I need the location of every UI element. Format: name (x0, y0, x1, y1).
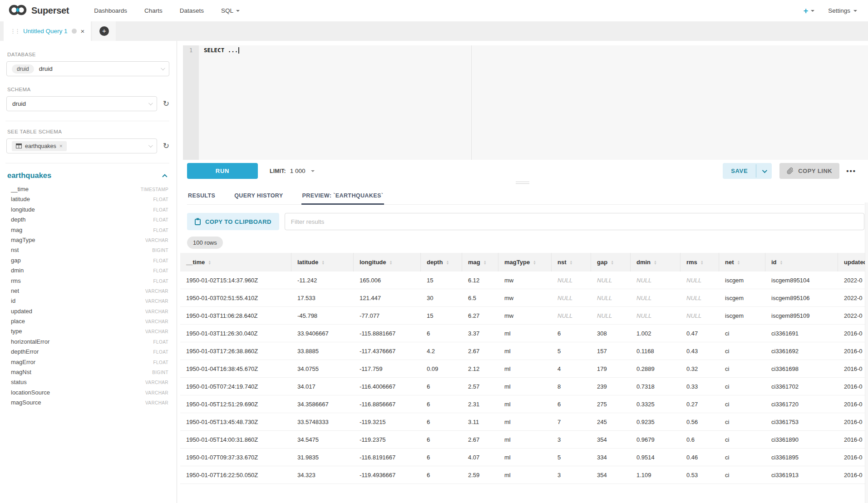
table-cell: -116.4006667 (354, 383, 421, 390)
close-icon[interactable]: × (81, 28, 85, 35)
database-select[interactable]: druid druid (6, 61, 169, 76)
table-cell: 0.47 (681, 330, 719, 337)
table-cell: NULL (681, 295, 719, 301)
grid-header-mag[interactable]: mag▲▼ (462, 253, 498, 271)
grid-header-id[interactable]: id▲▼ (765, 253, 838, 271)
results-grid-header: __time▲▼latitude▲▼longitude▲▼depth▲▼mag▲… (180, 253, 868, 271)
column-name: updated (11, 308, 32, 315)
grid-header-depth[interactable]: depth▲▼ (421, 253, 462, 271)
new-item-button[interactable]: + (804, 7, 815, 15)
column-type: FLOAT (153, 197, 168, 202)
copy-link-button[interactable]: COPY LINK (779, 163, 839, 179)
nav-item-dashboards[interactable]: Dashboards (85, 7, 136, 14)
table-cell: NULL (681, 277, 719, 284)
table-cell: 0.46 (681, 454, 719, 461)
results-tab-2[interactable]: PREVIEW: `EARTHQUAKES` (301, 188, 385, 204)
query-tab-active[interactable]: ⋮⋮ Untitled Query 1 × (4, 21, 91, 41)
table-cell: 15 (421, 277, 462, 284)
table-cell: ml (498, 348, 552, 355)
table-cell: 2.59 (462, 472, 498, 478)
schema-column-row: longitudeFLOAT (6, 206, 169, 216)
grid-header-rms[interactable]: rms▲▼ (681, 253, 719, 271)
grid-header-dmin[interactable]: dmin▲▼ (631, 253, 681, 271)
column-name: horizontalError (11, 338, 49, 345)
filter-results-input[interactable] (285, 213, 864, 230)
table-cell: NULL (591, 312, 631, 319)
column-name: status (11, 379, 27, 385)
schema-value: druid (12, 100, 26, 107)
nav-item-charts[interactable]: Charts (136, 7, 171, 14)
table-cell: 0.27 (681, 401, 719, 408)
column-type: VARCHAR (145, 319, 168, 324)
schema-column-row: idVARCHAR (6, 297, 169, 307)
refresh-icon[interactable]: ↻ (163, 100, 169, 108)
column-name: place (11, 318, 25, 325)
more-options-button[interactable]: ••• (846, 167, 856, 175)
results-tab-1[interactable]: QUERY HISTORY (233, 188, 284, 204)
grid-header-latitude[interactable]: latitude▲▼ (291, 253, 354, 271)
results-tab-0[interactable]: RESULTS (187, 188, 216, 204)
table-cell: 6 (552, 330, 591, 337)
table-cell: 7 (552, 419, 591, 425)
column-name: magSource (11, 399, 41, 406)
table-cell: 3.11 (462, 419, 498, 425)
add-tab-button[interactable]: + (99, 26, 109, 36)
table-cell: 2016-0 (838, 401, 868, 408)
remove-table-icon[interactable]: × (59, 143, 63, 149)
editor-code-area[interactable]: SELECT ... (199, 45, 868, 160)
chevron-down-icon (811, 10, 814, 12)
add-tab-segment: + (92, 21, 116, 41)
nav-item-datasets[interactable]: Datasets (171, 7, 212, 14)
grid-header-longitude[interactable]: longitude▲▼ (354, 253, 421, 271)
column-type: FLOAT (153, 217, 168, 222)
paperclip-icon (787, 168, 794, 174)
pane-resize-handle[interactable] (516, 182, 529, 184)
table-cell: ci (719, 365, 765, 372)
schema-select[interactable]: druid (6, 96, 157, 111)
table-cell: ci (719, 472, 765, 478)
grid-header-nst[interactable]: nst▲▼ (552, 253, 591, 271)
sort-icon: ▲▼ (737, 260, 740, 265)
column-type: BIGINT (152, 248, 168, 253)
table-cell: ml (498, 401, 552, 408)
grid-header-updated[interactable]: updated▲▼ (838, 253, 868, 271)
schema-column-row: depthFLOAT (6, 216, 169, 226)
schema-column-row: magTypeVARCHAR (6, 237, 169, 247)
run-button[interactable]: RUN (187, 163, 258, 179)
collapse-icon[interactable] (162, 174, 167, 179)
grid-header-net[interactable]: net▲▼ (719, 253, 765, 271)
workspace: DATABASE druid druid SCHEMA druid ↻ SEE … (0, 41, 868, 503)
table-cell: 6.27 (462, 312, 498, 319)
table-icon (16, 143, 22, 148)
table-select[interactable]: earthquakes × (6, 138, 157, 153)
save-options-button[interactable] (756, 163, 772, 179)
limit-dropdown[interactable]: LIMIT: 1 000 (270, 168, 315, 174)
table-cell: 1950-01-07T16:22:50.050Z (180, 472, 291, 478)
scrollbar-track[interactable] (865, 202, 868, 503)
table-cell: 1950-01-05T14:00:31.860Z (180, 436, 291, 443)
superset-logo[interactable]: Superset (8, 4, 69, 18)
column-name: longitude (11, 206, 35, 213)
table-cell: 0.1168 (631, 348, 681, 355)
divider (5, 163, 169, 163)
table-row: 1950-01-03T02:51:55.410Z17.533121.447306… (180, 289, 868, 307)
grid-header-gap[interactable]: gap▲▼ (591, 253, 631, 271)
nav-item-sql[interactable]: SQL (212, 7, 248, 14)
table-cell: 2.67 (462, 348, 498, 355)
grid-header-__time[interactable]: __time▲▼ (180, 253, 291, 271)
grid-header-magType[interactable]: magType▲▼ (498, 253, 552, 271)
table-pill-label: earthquakes (25, 143, 56, 149)
table-cell: 334 (591, 454, 631, 461)
table-cell: 1950-01-03T11:06:28.640Z (180, 312, 291, 319)
table-cell: iscgem895104 (765, 277, 838, 284)
grid-header-label: rms (686, 259, 697, 266)
drag-handle-icon[interactable]: ⋮⋮ (10, 28, 19, 35)
refresh-icon[interactable]: ↻ (163, 142, 169, 150)
save-button[interactable]: SAVE (723, 163, 756, 179)
table-cell: 2016-0 (838, 436, 868, 443)
table-cell: 1.109 (631, 472, 681, 478)
settings-menu[interactable]: Settings (828, 7, 857, 14)
grid-header-label: __time (186, 259, 205, 266)
table-cell: 245 (591, 419, 631, 425)
copy-to-clipboard-button[interactable]: COPY TO CLIPBOARD (187, 213, 279, 230)
